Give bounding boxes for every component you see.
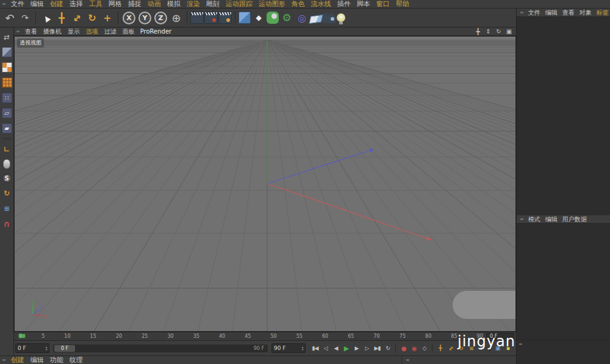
menu-tools[interactable]: 工具 [86,0,106,8]
tweak-mode-icon[interactable] [3,159,10,169]
record-scale-button[interactable]: ↔ [443,341,458,355]
menu-simulate[interactable]: 模拟 [164,0,184,8]
attribute-manager-area[interactable] [517,224,610,340]
prorender-menu[interactable]: ProRender [140,28,171,35]
menu-script[interactable]: 脚本 [354,0,373,8]
menu-help[interactable]: 帮助 [393,0,412,8]
toggle-view-icon[interactable]: ▣ [505,28,513,35]
viewport-handle-icon[interactable]: ≡ [14,29,22,34]
object-manager-handle-icon[interactable]: ≡ [518,10,526,15]
vp-menu-display[interactable]: 显示 [65,27,83,36]
play-button[interactable]: ▶ [342,343,351,354]
light-icon[interactable] [337,13,345,22]
vp-menu-panel[interactable]: 面板 [120,27,138,36]
spinner-arrows-icon[interactable]: ▴ ▾ [301,346,303,351]
menu-create[interactable]: 创建 [47,0,66,8]
viewport-3d[interactable]: Y X Z 透视视图 [14,36,516,332]
am-menu-edit[interactable]: 编辑 [543,215,560,224]
goto-start-button[interactable]: ▮◀ [310,343,320,354]
record-keyframe-button[interactable]: ● [399,343,408,354]
floor-environment-icon[interactable] [309,15,323,24]
points-mode-icon[interactable]: ∷ [2,93,12,103]
om-menu-view[interactable]: 查看 [560,9,577,17]
menu-snap[interactable]: 捕捉 [125,0,145,8]
menu-plugins[interactable]: 插件 [334,0,354,8]
vp-menu-view[interactable]: 查看 [22,27,40,36]
camera-icon[interactable] [323,15,336,23]
render-view-icon[interactable] [190,12,204,24]
model-mode-icon[interactable] [2,47,12,57]
keyframe-selection-button[interactable]: ◇ [420,343,429,354]
render-settings-icon[interactable] [218,12,232,24]
am-menu-mode[interactable]: 模式 [526,215,543,224]
menu-render[interactable]: 渲染 [184,0,203,8]
add-cube-icon[interactable] [239,12,251,24]
menu-animate[interactable]: 动画 [145,0,164,8]
menu-select[interactable]: 选择 [66,0,86,8]
viewport-view-label[interactable]: 透视视图 [17,38,44,48]
render-picture-viewer-icon[interactable] [204,12,218,24]
deformer-icon[interactable]: ◎ [295,10,309,26]
material-menu-edit[interactable]: 编辑 [27,356,47,364]
coordinate-system-icon[interactable]: ⊕ [169,10,184,26]
om-menu-edit[interactable]: 编辑 [543,9,560,17]
x-axis-lock-icon[interactable]: X [123,12,135,24]
om-menu-objects[interactable]: 对象 [577,9,594,17]
coordinates-handle-icon[interactable]: ≡ [404,357,412,363]
enable-axis-icon[interactable]: ∟ [2,144,12,154]
pan-view-icon[interactable]: ╋ [474,28,482,35]
menu-motion-tracker[interactable]: 运动跟踪 [223,0,256,8]
menu-mesh[interactable]: 网格 [106,0,125,8]
undo-icon[interactable]: ↶ [2,10,17,26]
edges-mode-icon[interactable]: ▱ [2,108,12,118]
y-axis-lock-icon[interactable]: Y [138,12,151,24]
menu-sculpt[interactable]: 雕刻 [203,0,223,8]
quantize-icon[interactable]: ↻ [2,188,12,198]
recent-tool-icon[interactable]: + [100,10,115,26]
powerslider-handle[interactable]: 0 F [54,345,75,352]
play-mode-button[interactable]: ↻ [383,343,392,354]
vp-menu-filter[interactable]: 过滤 [101,27,120,36]
rotate-view-icon[interactable]: ↻ [495,28,503,35]
z-axis-lock-icon[interactable]: Z [154,12,167,24]
snap-icon[interactable]: ∩ [2,218,12,229]
palette-handle-icon[interactable]: ≡ [0,1,8,7]
live-selection-icon[interactable]: ▲ [36,7,57,28]
material-menu-function[interactable]: 功能 [47,356,66,364]
attribute-manager-handle-icon[interactable]: ≡ [518,216,526,222]
object-manager-list[interactable] [517,17,610,215]
end-frame-spinner[interactable]: 90 F ▴ ▾ [271,343,306,353]
menu-mograph[interactable]: 运动图形 [256,0,289,8]
menu-pipeline[interactable]: 流水线 [308,0,334,8]
spin-down-icon[interactable]: ▾ [301,348,303,351]
vp-menu-options[interactable]: 选项 [83,27,101,36]
bottom-panel-handle-icon[interactable]: ≡ [517,341,525,347]
next-key-button[interactable]: ▷ [362,343,371,354]
prev-key-button[interactable]: ◁ [321,343,330,354]
menu-edit[interactable]: 编辑 [27,0,47,8]
goto-end-button[interactable]: ▶▮ [373,343,382,354]
redo-icon[interactable]: ↷ [18,10,32,26]
zoom-view-icon[interactable]: ⇕ [484,28,492,35]
pen-tool-icon[interactable]: ◆ [251,10,266,26]
texture-mode-icon[interactable] [2,62,12,73]
generators-icon[interactable]: ⚙ [279,10,294,26]
autokey-button[interactable]: ◉ [409,343,418,354]
material-menu-texture[interactable]: 纹理 [66,356,86,364]
next-frame-button[interactable]: ▶ [352,343,361,354]
viewport-canvas[interactable]: Y X Z [15,37,516,332]
current-frame-spinner[interactable]: 0 F ▴ ▾ [15,343,49,353]
am-menu-userdata[interactable]: 用户数据 [560,215,589,224]
material-menu-create[interactable]: 创建 [8,356,27,364]
make-editable-icon[interactable]: ⇄ [2,32,12,42]
timeline-ruler[interactable]: 051015202530354045505560657075808590 0 F [14,332,516,340]
menu-window[interactable]: 窗口 [373,0,393,8]
spin-down-icon[interactable]: ▾ [45,348,47,351]
material-handle-icon[interactable]: ≡ [0,357,8,363]
viewport-solo-icon[interactable]: S [2,174,12,183]
spinner-arrows-icon[interactable]: ▴ ▾ [45,346,47,351]
subdivision-surface-icon[interactable] [267,12,279,24]
menu-character[interactable]: 角色 [289,0,308,8]
polygons-mode-icon[interactable]: ▰ [2,123,12,134]
timeline-powerslider[interactable]: 0 F 90 F [53,344,268,352]
